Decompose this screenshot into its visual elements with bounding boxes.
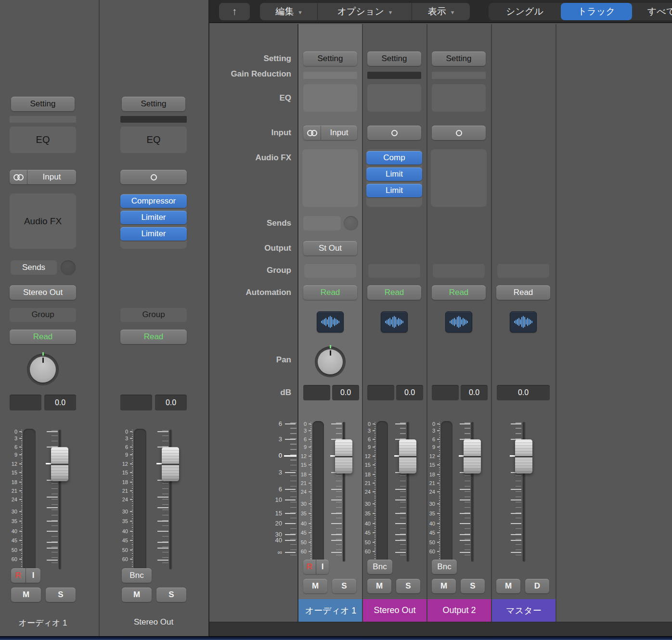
group-slot[interactable] [368,263,420,278]
group-slot[interactable]: Group [120,307,187,322]
track-waveform-icon[interactable] [510,311,537,333]
group-slot[interactable] [433,263,485,278]
eq-display[interactable] [303,84,357,112]
fx-plugin-button[interactable]: Limit [366,167,422,181]
automation-mode-button[interactable]: Read [10,330,76,344]
solo-button[interactable]: S [396,579,420,593]
eq-display[interactable]: EQ [120,127,187,153]
track-waveform-icon[interactable] [445,311,472,333]
send-level-knob[interactable] [61,260,76,275]
input-monitor-button[interactable]: I [316,560,329,574]
bounce-button[interactable]: Bnc [122,568,152,583]
menu-view[interactable]: 表示 ▾ [412,3,470,20]
track-waveform-icon[interactable] [381,311,408,333]
eq-display[interactable] [432,84,486,112]
volume-display[interactable]: 0.0 [396,385,423,400]
fx-plugin-button[interactable]: Limit [366,184,422,197]
peak-level-display[interactable] [120,395,152,410]
bounce-button[interactable]: Bnc [432,560,457,574]
track-name-label[interactable]: Stereo Out [120,617,187,627]
setting-button[interactable]: Setting [303,51,357,66]
view-mode-single[interactable]: シングル [489,3,561,20]
track-name-label[interactable]: オーディオ 1 [298,599,363,622]
automation-mode-button[interactable]: Read [367,285,421,300]
stereo-format-icon[interactable] [10,170,27,184]
mute-button[interactable]: M [496,579,520,593]
go-up-button[interactable]: ↑ [219,3,250,20]
menu-options[interactable]: オプション ▾ [318,3,412,20]
input-button[interactable]: Input [10,170,76,184]
input-monitor-button[interactable]: I [26,568,40,583]
menu-edit[interactable]: 編集 ▾ [260,3,318,20]
automation-mode-button[interactable]: Read [303,285,357,300]
output-button[interactable]: Stereo Out [10,285,76,300]
record-enable-button[interactable]: R [303,560,316,574]
solo-button[interactable]: S [332,579,356,593]
track-name-label[interactable]: Stereo Out [362,599,427,622]
fader-cap[interactable] [515,439,532,474]
group-slot[interactable]: Group [10,307,76,322]
peak-level-display[interactable] [10,395,41,410]
send-level-knob[interactable] [344,216,358,230]
automation-mode-button[interactable]: Read [432,285,486,300]
audio-fx-slot-area[interactable] [302,149,358,207]
fx-plugin-button[interactable]: Compressor [120,194,187,208]
volume-display[interactable]: 0.0 [332,385,359,400]
fx-plugin-button[interactable]: Limiter [120,227,187,241]
setting-button[interactable]: Setting [432,51,486,66]
fader-cap[interactable] [335,439,352,474]
input-button[interactable] [367,126,421,140]
view-mode-all[interactable]: すべて [632,3,672,20]
fader-cap[interactable] [162,447,179,481]
solo-button[interactable]: S [46,588,76,602]
input-button[interactable] [120,170,187,184]
setting-button[interactable]: Setting [122,97,185,111]
sends-slot[interactable] [303,216,341,230]
audio-fx-slot-area[interactable]: Audio FX [10,193,76,249]
track-name-label[interactable]: Output 2 [427,599,491,622]
mute-button[interactable]: M [11,588,41,602]
fx-plugin-button[interactable]: Limiter [120,211,187,224]
meter-scale-value: 50 [10,547,22,553]
input-button[interactable]: Input [303,126,357,140]
setting-button[interactable]: Setting [11,97,75,111]
record-enable-button[interactable]: R [11,568,26,583]
fx-plugin-button[interactable]: Comp [366,151,422,165]
view-mode-tracks[interactable]: トラック [561,3,632,20]
automation-mode-button[interactable]: Read [496,285,550,300]
track-waveform-icon[interactable] [317,311,344,333]
mute-button[interactable]: M [432,579,456,593]
group-slot[interactable] [497,263,549,278]
track-name-label[interactable]: オーディオ 1 [10,617,76,628]
peak-level-display[interactable] [367,385,394,400]
automation-mode-button[interactable]: Read [120,330,187,344]
volume-display[interactable]: 0.0 [497,385,550,400]
peak-level-display[interactable] [303,385,330,400]
eq-display[interactable] [367,84,421,112]
eq-display[interactable]: EQ [10,127,76,153]
fader-cap[interactable] [51,447,68,481]
dim-button[interactable]: D [525,579,549,593]
output-button[interactable]: St Out [303,241,357,256]
channel-separator [491,24,492,622]
mute-button[interactable]: M [367,579,391,593]
input-button[interactable] [432,126,486,140]
volume-display[interactable]: 0.0 [44,395,76,410]
fader-cap[interactable] [464,439,481,474]
fader-cap[interactable] [399,439,416,474]
sends-slot[interactable]: Sends [11,260,57,275]
solo-button[interactable]: S [156,588,186,602]
volume-display[interactable]: 0.0 [155,395,187,410]
mute-button[interactable]: M [122,588,152,602]
peak-level-display[interactable] [432,385,459,400]
mute-button[interactable]: M [303,579,327,593]
volume-display[interactable]: 0.0 [461,385,488,400]
solo-button[interactable]: S [461,579,485,593]
stereo-format-icon[interactable] [303,126,321,140]
audio-fx-slot-area[interactable] [431,149,487,207]
bounce-button[interactable]: Bnc [367,560,392,574]
track-name-label[interactable]: マスター [491,599,556,622]
channel-separator [297,24,298,622]
setting-button[interactable]: Setting [367,51,421,66]
group-slot[interactable] [304,263,356,278]
